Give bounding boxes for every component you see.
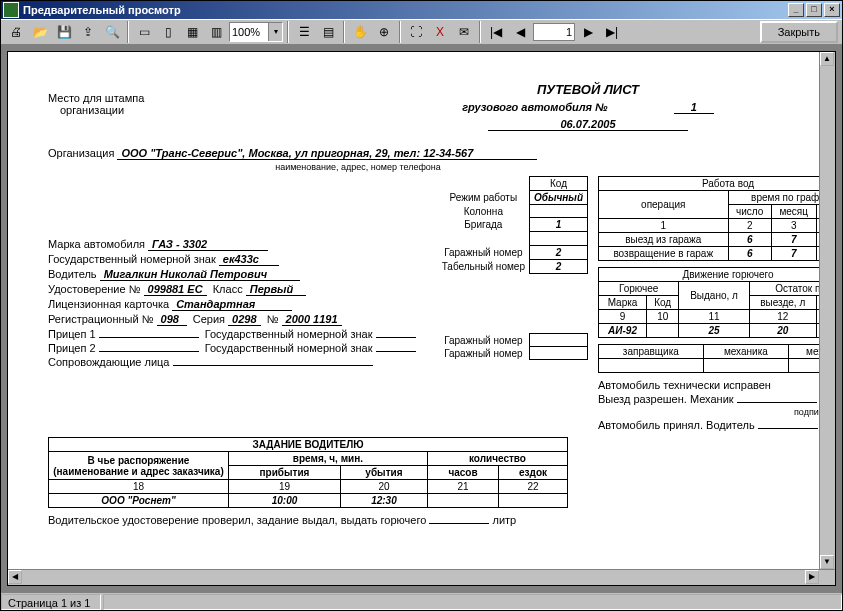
num-val: 2000 1191: [282, 313, 342, 326]
task-title: ЗАДАНИЕ ВОДИТЕЛЮ: [49, 438, 568, 452]
garage-no-label: Гаражный номер: [438, 246, 530, 260]
task-time: время, ч, мин.: [229, 452, 428, 466]
footer-check: Водительское удостоверение проверил, зад…: [48, 514, 426, 526]
minimize-button[interactable]: _: [788, 3, 804, 17]
signature-label: подпись: [598, 407, 836, 417]
zoom-in-icon[interactable]: ⊕: [373, 21, 395, 43]
fuel-table: Движение горючего Горючее Выдано, л Оста…: [598, 267, 836, 338]
stamp-label-1: Место для штампа: [48, 92, 208, 104]
trailer2-plate-label: Государственный номерной знак: [205, 342, 373, 354]
garage-no: 2: [529, 246, 587, 260]
export-icon[interactable]: ⇪: [77, 21, 99, 43]
open-icon[interactable]: 📂: [29, 21, 51, 43]
excel-icon[interactable]: X: [429, 21, 451, 43]
fullscreen-icon[interactable]: ⛶: [405, 21, 427, 43]
reg-no-label: Регистрационный №: [48, 313, 154, 325]
status-spacer: [103, 594, 842, 610]
zoom-dropdown-icon[interactable]: ▾: [268, 23, 282, 41]
mail-icon[interactable]: ✉: [453, 21, 475, 43]
doc-title: ПУТЕВОЙ ЛИСТ: [208, 82, 836, 97]
statusbar: Страница 1 из 1: [1, 592, 842, 610]
last-page-icon[interactable]: ▶|: [601, 21, 623, 43]
window-title: Предварительный просмотр: [23, 4, 786, 16]
save-icon[interactable]: 💾: [53, 21, 75, 43]
work-header: Работа вод: [599, 177, 837, 191]
class-label: Класс: [213, 283, 243, 295]
regime-label: Режим работы: [438, 191, 530, 205]
column-label: Колонна: [438, 205, 530, 218]
work-table: Работа вод операция время по графику чис…: [598, 176, 836, 261]
prev-page-icon[interactable]: ◀: [509, 21, 531, 43]
toolbar: 🖨 📂 💾 ⇪ 🔍 ▭ ▯ ▦ ▥ ▾ ☰ ▤ ✋ ⊕ ⛶ X ✉ |◀ ◀ ▶…: [1, 19, 842, 45]
app-icon: [3, 2, 19, 18]
separator: [127, 21, 129, 43]
op-label: операция: [599, 191, 729, 219]
page-whole-icon[interactable]: ▭: [133, 21, 155, 43]
scroll-left-icon[interactable]: ◀: [8, 570, 22, 584]
task-qty: количество: [427, 452, 567, 466]
titlebar: Предварительный просмотр _ □ ×: [1, 1, 842, 19]
task-col1: В чье распоряжение (наименование и адрес…: [49, 452, 229, 480]
brigade-label: Бригада: [438, 218, 530, 232]
sign-table: заправщика механика механи: [598, 344, 836, 373]
hand-icon[interactable]: ✋: [349, 21, 371, 43]
out-label: выезд из гаража: [599, 233, 729, 247]
page-input[interactable]: [534, 26, 574, 38]
fuel-brand-h: Горючее: [599, 282, 679, 296]
zoom-input[interactable]: [230, 24, 268, 40]
trailer1-garage-label: Гаражный номер: [438, 334, 530, 347]
vertical-scrollbar[interactable]: ▲ ▼: [819, 52, 835, 585]
horizontal-scrollbar[interactable]: ◀ ▶: [8, 569, 835, 585]
reg-no: 098: [157, 313, 187, 326]
stamp-label-2: организации: [48, 104, 208, 116]
first-page-icon[interactable]: |◀: [485, 21, 507, 43]
maximize-button[interactable]: □: [806, 3, 822, 17]
document-header: ПУТЕВОЙ ЛИСТ грузового автомобиля № 1 06…: [208, 82, 836, 131]
trailer1-label: Прицеп 1: [48, 328, 96, 340]
scroll-up-icon[interactable]: ▲: [820, 52, 834, 66]
tab-no: 2: [529, 260, 587, 274]
print-icon[interactable]: 🖨: [5, 21, 27, 43]
org-value: ООО "Транс-Северис", Москва, ул пригорна…: [117, 147, 537, 160]
task-dep-v: 12:30: [340, 494, 427, 508]
mechanic: механика: [703, 345, 788, 359]
close-window-button[interactable]: ×: [824, 3, 840, 17]
task-dep: убытия: [340, 466, 427, 480]
plate: ек433с: [219, 253, 279, 266]
task-hours: часов: [427, 466, 498, 480]
zoom-combo[interactable]: ▾: [229, 22, 283, 42]
fuel-code: Код: [647, 296, 679, 310]
multi-pages-icon[interactable]: ▥: [205, 21, 227, 43]
find-icon[interactable]: 🔍: [101, 21, 123, 43]
separator: [479, 21, 481, 43]
two-pages-icon[interactable]: ▦: [181, 21, 203, 43]
app-window: Предварительный просмотр _ □ × 🖨 📂 💾 ⇪ 🔍…: [0, 0, 843, 611]
fuel-issued: Выдано, л: [679, 282, 749, 310]
page-number-field[interactable]: [533, 23, 575, 41]
doc-date: 06.07.2005: [488, 118, 688, 131]
org-hint: наименование, адрес, номер телефона: [118, 162, 598, 172]
thumbnails-icon[interactable]: ▤: [317, 21, 339, 43]
task-arr: прибытия: [229, 466, 341, 480]
regime-value: Обычный: [529, 191, 587, 205]
scroll-right-icon[interactable]: ▶: [805, 570, 819, 584]
separator: [399, 21, 401, 43]
liccard-label: Лицензионная карточка: [48, 298, 169, 310]
separator: [343, 21, 345, 43]
next-page-icon[interactable]: ▶: [577, 21, 599, 43]
trailer2-label: Прицеп 2: [48, 342, 96, 354]
scroll-down-icon[interactable]: ▼: [820, 555, 834, 569]
document-content: Место для штампа организации ПУТЕВОЙ ЛИС…: [8, 52, 836, 558]
close-button[interactable]: Закрыть: [760, 21, 838, 43]
task-trips: ездок: [499, 466, 568, 480]
tree-icon[interactable]: ☰: [293, 21, 315, 43]
license-label: Удостоверение №: [48, 283, 140, 295]
received: Автомобиль принял. Водитель: [598, 419, 755, 431]
org-label: Организация: [48, 147, 114, 159]
num-label: №: [267, 313, 279, 325]
trailer2-garage-label: Гаражный номер: [438, 347, 530, 360]
task-table: ЗАДАНИЕ ВОДИТЕЛЮ В чье распоряжение (наи…: [48, 437, 568, 508]
page-width-icon[interactable]: ▯: [157, 21, 179, 43]
footer-litr: литр: [492, 514, 516, 526]
driver: Мигалкин Николай Петрович: [100, 268, 300, 281]
